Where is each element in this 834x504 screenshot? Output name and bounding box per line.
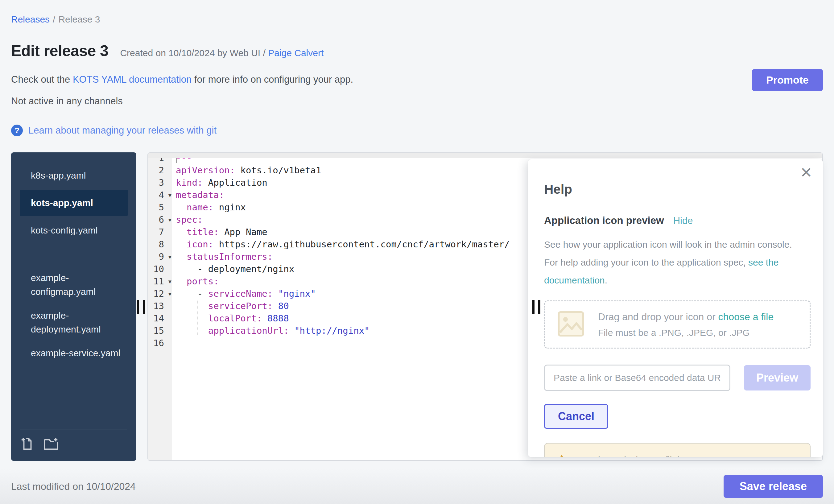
- icon-preview-description: See how your application icon will look …: [544, 236, 811, 289]
- line-number: 2: [148, 165, 172, 176]
- line-number: 8: [148, 239, 172, 249]
- file-item-example-deployment.yaml[interactable]: example-deployment.yaml: [11, 304, 136, 341]
- code-text: apiVersion: kots.io/v1beta1: [172, 165, 321, 176]
- code-text: ports:: [172, 276, 219, 287]
- dropzone-text: Drag and drop your icon or choose a file…: [598, 311, 773, 338]
- footer: Last modified on 10/10/2024 Save release: [11, 475, 823, 498]
- icon-preview-title: Application icon preview: [544, 215, 664, 226]
- git-help-row: ? Learn about managing your releases wit…: [11, 125, 823, 136]
- workspace: k8s-app.yamlkots-app.yamlkots-config.yam…: [11, 152, 823, 461]
- description-post: .: [605, 275, 607, 285]
- kots-yaml-docs-link[interactable]: KOTS YAML documentation: [73, 74, 192, 85]
- release-editor-page: Releases/Release 3 Edit release 3 Create…: [0, 0, 834, 504]
- hide-link[interactable]: Hide: [673, 215, 693, 226]
- fold-arrow-icon[interactable]: ▼: [169, 192, 172, 198]
- line-number: 15: [148, 325, 172, 336]
- file-item-example-configmap.yaml[interactable]: example-configmap.yaml: [11, 266, 136, 304]
- file-item-example-service.yaml[interactable]: example-service.yaml: [11, 341, 136, 365]
- cancel-button[interactable]: Cancel: [544, 404, 608, 429]
- code-text: statusInformers:: [172, 251, 273, 262]
- sidebar-spacer: [11, 365, 136, 429]
- icon-url-input[interactable]: [544, 365, 730, 391]
- warning-title: Warning: Missing preflight spec: [575, 455, 708, 457]
- save-release-button[interactable]: Save release: [724, 475, 823, 498]
- promote-button[interactable]: Promote: [752, 69, 823, 91]
- icon-url-row: Preview: [544, 365, 811, 391]
- line-number: 11▼: [148, 276, 172, 287]
- file-item-kots-config.yaml[interactable]: kots-config.yaml: [11, 218, 136, 242]
- docs-line-pre: Check out the: [11, 74, 73, 85]
- help-title: Help: [544, 182, 811, 197]
- title-row: Edit release 3 Created on 10/10/2024 by …: [11, 42, 823, 60]
- help-resize-handle[interactable]: [532, 300, 540, 314]
- breadcrumb: Releases/Release 3: [11, 0, 823, 25]
- preflight-warning-box: Warning: Missing preflight spec Warning …: [544, 443, 811, 457]
- question-icon: ?: [11, 125, 23, 136]
- line-number: 9▼: [148, 251, 172, 262]
- line-number: 13: [148, 301, 172, 311]
- dropzone-file-types: File must be a .PNG, .JPEG, or .JPG: [598, 328, 773, 338]
- app-viewport: Releases/Release 3 Edit release 3 Create…: [0, 0, 834, 504]
- page-title: Edit release 3: [11, 42, 108, 60]
- choose-file-link[interactable]: choose a file: [718, 311, 774, 322]
- docs-line-post: for more info on configuring your app.: [192, 74, 353, 85]
- file-group-kots: k8s-app.yamlkots-app.yamlkots-config.yam…: [11, 163, 136, 242]
- add-folder-icon[interactable]: [43, 436, 61, 451]
- icon-dropzone[interactable]: Drag and drop your icon or choose a file…: [544, 301, 811, 349]
- editor-top-band: [148, 153, 822, 158]
- file-item-kots-app.yaml[interactable]: kots-app.yaml: [20, 190, 128, 216]
- code-text: servicePort: 80: [172, 301, 289, 311]
- breadcrumb-current: Release 3: [58, 14, 100, 24]
- help-panel: ✕ Help Application icon preview Hide See…: [528, 159, 823, 457]
- line-number: 14: [148, 313, 172, 324]
- docs-line: Check out the KOTS YAML documentation fo…: [11, 74, 823, 85]
- image-placeholder-icon: [557, 311, 585, 338]
- fold-arrow-icon[interactable]: ▼: [169, 254, 172, 260]
- line-number: 10: [148, 264, 172, 274]
- line-number: 3: [148, 177, 172, 188]
- channel-status: Not active in any channels: [11, 95, 823, 107]
- sidebar-footer: [20, 429, 127, 452]
- preview-button[interactable]: Preview: [744, 365, 811, 391]
- add-file-icon[interactable]: [20, 436, 35, 451]
- warning-icon: [555, 454, 568, 457]
- line-number: 16: [148, 338, 172, 348]
- code-text: - deployment/nginx: [172, 264, 294, 274]
- sidebar-resize-handle[interactable]: [137, 300, 145, 314]
- last-modified-text: Last modified on 10/10/2024: [11, 481, 136, 492]
- code-text: - serviceName: "nginx": [172, 288, 316, 299]
- file-group-divider: [20, 254, 127, 254]
- line-number: 5: [148, 202, 172, 213]
- created-text: Created on 10/10/2024 by Web UI /: [120, 48, 268, 58]
- code-text: spec:: [172, 214, 203, 225]
- fold-arrow-icon[interactable]: ▼: [169, 217, 172, 223]
- line-number: 7: [148, 227, 172, 237]
- fold-arrow-icon[interactable]: ▼: [169, 291, 172, 297]
- line-number: 6▼: [148, 214, 172, 225]
- line-number: 12▼: [148, 288, 172, 299]
- icon-preview-header: Application icon preview Hide: [544, 215, 811, 226]
- file-sidebar: k8s-app.yamlkots-app.yamlkots-config.yam…: [11, 152, 136, 461]
- breadcrumb-separator: /: [53, 14, 55, 24]
- editor-indent-guide: [197, 300, 198, 335]
- created-meta: Created on 10/10/2024 by Web UI / Paige …: [120, 48, 324, 58]
- code-text: applicationUrl: "http://nginx": [172, 325, 370, 336]
- created-author-link[interactable]: Paige Calvert: [268, 48, 324, 58]
- code-text: icon: https://raw.githubusercontent.com/…: [172, 239, 510, 249]
- close-icon[interactable]: ✕: [800, 165, 812, 180]
- breadcrumb-releases-link[interactable]: Releases: [11, 14, 50, 24]
- code-text: metadata:: [172, 190, 224, 200]
- code-text: kind: Application: [172, 177, 267, 188]
- file-group-examples: example-configmap.yamlexample-deployment…: [11, 266, 136, 365]
- fold-arrow-icon[interactable]: ▼: [169, 279, 172, 285]
- code-text: title: App Name: [172, 227, 267, 237]
- file-item-k8s-app.yaml[interactable]: k8s-app.yaml: [11, 163, 136, 187]
- dropzone-line1-text: Drag and drop your icon or: [598, 311, 718, 322]
- line-number: 4▼: [148, 190, 172, 200]
- code-text: localPort: 8888: [172, 313, 289, 324]
- git-releases-link[interactable]: Learn about managing your releases with …: [28, 125, 217, 136]
- code-text: name: nginx: [172, 202, 246, 213]
